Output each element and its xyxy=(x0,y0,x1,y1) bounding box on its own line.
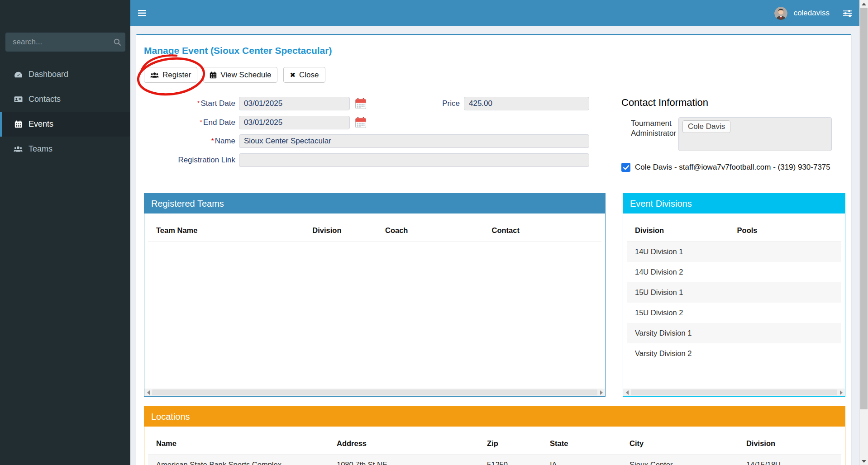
registration-link-row: Registration Link xyxy=(154,153,589,167)
sidebar-search xyxy=(5,33,125,52)
sidebar-item-label: Dashboard xyxy=(29,70,68,79)
name-label: *Name xyxy=(154,137,235,146)
scroll-left-arrow-icon[interactable] xyxy=(144,389,152,396)
cell-division: Varsity Division 2 xyxy=(627,343,729,364)
column-header: Pools xyxy=(729,217,841,242)
table-row[interactable]: Varsity Division 1 xyxy=(627,323,841,343)
event-divisions-panel: Event Divisions Division Pools 14U Divis… xyxy=(623,193,845,397)
table-row[interactable]: Varsity Division 2 xyxy=(627,343,841,364)
scroll-right-arrow-icon[interactable] xyxy=(837,389,845,396)
register-button[interactable]: Register xyxy=(144,67,197,83)
price-input[interactable] xyxy=(464,97,589,110)
navbar-right: coledaviss xyxy=(774,7,859,20)
hscrollbar-thumb[interactable] xyxy=(631,389,837,395)
column-header: Division xyxy=(627,217,729,242)
tournament-administrator-select[interactable]: Cole Davis xyxy=(678,117,832,151)
id-card-icon xyxy=(12,96,24,103)
cell-division: 15U Division 2 xyxy=(627,303,729,323)
end-date-picker-icon[interactable] xyxy=(355,117,367,128)
cell-division: 14U Division 1 xyxy=(627,242,729,262)
admin-selected-chip[interactable]: Cole Davis xyxy=(682,120,730,133)
table-row[interactable]: American State Bank Sports Complex1080 7… xyxy=(148,455,841,465)
username[interactable]: coledaviss xyxy=(794,9,830,18)
contact-information-heading: Contact Information xyxy=(621,97,708,109)
column-header: Division xyxy=(738,430,841,455)
event-name-input[interactable] xyxy=(239,134,589,148)
search-input[interactable] xyxy=(12,37,114,47)
required-asterisk: * xyxy=(197,99,200,107)
settings-sliders-icon[interactable] xyxy=(843,9,852,17)
registered-teams-hscrollbar[interactable] xyxy=(144,389,605,396)
cell-division: 14/15/18U xyxy=(738,455,841,465)
locations-table: Name Address Zip State City Division Pri… xyxy=(148,430,841,465)
table-row[interactable]: 14U Division 2 xyxy=(627,262,841,282)
view-schedule-button[interactable]: View Schedule xyxy=(203,67,277,83)
view-schedule-button-label: View Schedule xyxy=(220,71,271,80)
sidebar-item-label: Teams xyxy=(29,144,52,154)
table-row[interactable]: 15U Division 2 xyxy=(627,303,841,323)
locations-header: Locations xyxy=(144,407,845,427)
app-root: Dashboard Contacts Events Teams xyxy=(0,0,868,465)
price-row: Price xyxy=(407,97,589,110)
close-button[interactable]: ✖ Close xyxy=(283,67,325,83)
event-divisions-header: Event Divisions xyxy=(623,194,845,214)
cell-pools xyxy=(729,343,841,364)
scroll-left-arrow-icon[interactable] xyxy=(623,389,631,396)
registration-link-input[interactable] xyxy=(239,153,589,167)
cell-division: Varsity Division 1 xyxy=(627,323,729,343)
column-header: Address xyxy=(329,430,479,455)
scroll-right-arrow-icon[interactable] xyxy=(597,389,605,396)
close-button-label: Close xyxy=(299,71,319,80)
locations-rows: American State Bank Sports Complex1080 7… xyxy=(148,455,841,465)
start-date-label: *Start Date xyxy=(154,99,235,108)
start-date-picker-icon[interactable] xyxy=(355,98,367,109)
cell-zip: 51250 xyxy=(479,455,542,465)
column-header: Contact xyxy=(484,217,601,242)
sidebar-item-events[interactable]: Events xyxy=(0,112,130,137)
registered-teams-panel: Registered Teams Team Name Division Coac… xyxy=(144,193,606,397)
search-icon[interactable] xyxy=(114,38,121,46)
sidebar: Dashboard Contacts Events Teams xyxy=(0,0,130,465)
user-avatar[interactable] xyxy=(774,7,787,20)
registered-teams-body: Team Name Division Coach Contact Pool xyxy=(144,214,605,396)
cell-address: 1080 7th St NE xyxy=(329,455,479,465)
column-header: Division xyxy=(304,217,377,242)
contact-option-row: Cole Davis - staff@iowa7v7football.com -… xyxy=(621,163,830,172)
event-divisions-hscrollbar[interactable] xyxy=(623,389,845,396)
sidebar-toggle-icon[interactable] xyxy=(138,0,158,26)
cell-pools xyxy=(729,282,841,303)
start-date-input[interactable] xyxy=(239,97,350,110)
cell-division: 14U Division 2 xyxy=(627,262,729,282)
contact-option-label: Cole Davis - staff@iowa7v7football.com -… xyxy=(635,163,830,172)
locations-panel: Locations Name Address Zip State City Di… xyxy=(144,406,845,465)
cell-division: 15U Division 1 xyxy=(627,282,729,303)
sidebar-item-contacts[interactable]: Contacts xyxy=(0,87,130,112)
gauge-icon xyxy=(12,71,24,78)
sidebar-item-dashboard[interactable]: Dashboard xyxy=(0,62,130,87)
scroll-up-arrow-icon[interactable] xyxy=(860,0,868,8)
vscrollbar-thumb[interactable] xyxy=(860,8,868,409)
page-vertical-scrollbar[interactable] xyxy=(859,0,868,465)
hscrollbar-thumb[interactable] xyxy=(152,389,597,395)
table-row[interactable]: 15U Division 1 xyxy=(627,282,841,303)
end-date-input[interactable] xyxy=(239,116,350,129)
column-header: Team Name xyxy=(148,217,304,242)
sidebar-item-label: Events xyxy=(29,119,53,129)
calendar-icon xyxy=(210,71,217,79)
end-date-label: *End Date xyxy=(154,118,235,127)
cell-pools xyxy=(729,242,841,262)
tournament-administrator-label: Tournament Administrator xyxy=(631,119,681,138)
column-header: City xyxy=(621,430,738,455)
sidebar-item-teams[interactable]: Teams xyxy=(0,137,130,161)
locations-body: Name Address Zip State City Division Pri… xyxy=(144,427,845,465)
scroll-down-arrow-icon[interactable] xyxy=(860,457,868,465)
required-asterisk: * xyxy=(211,137,214,144)
register-button-label: Register xyxy=(162,71,191,80)
sidebar-item-label: Contacts xyxy=(29,95,61,104)
table-row[interactable]: 14U Division 1 xyxy=(627,242,841,262)
contact-checkbox[interactable] xyxy=(621,163,630,172)
toolbar: Register View Schedule ✖ Close xyxy=(144,67,325,83)
cell-pools xyxy=(729,262,841,282)
registered-teams-header: Registered Teams xyxy=(144,194,605,214)
column-header: Coach xyxy=(377,217,484,242)
